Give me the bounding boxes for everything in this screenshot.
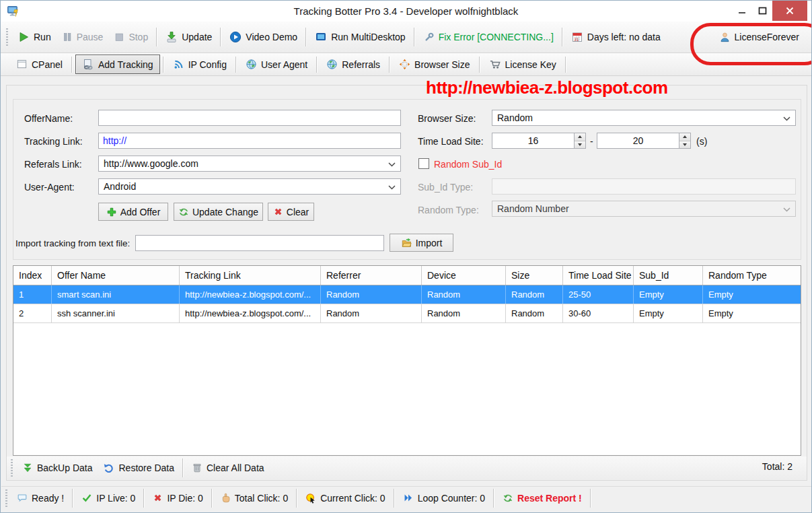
stepper-down-button[interactable] — [679, 141, 690, 149]
globe-icon — [326, 59, 338, 70]
separator — [590, 489, 591, 508]
time-load-site-label: Time Load Site: — [418, 136, 484, 147]
maximize-button[interactable] — [752, 1, 772, 21]
reset-report-button[interactable]: Reset Report ! — [497, 493, 587, 504]
grid-header-cell[interactable]: Random Type — [703, 266, 801, 285]
grid-header-cell[interactable]: Tracking Link — [180, 266, 321, 285]
separator — [296, 489, 297, 508]
pause-button[interactable]: Pause — [57, 25, 109, 49]
double-chevron-right-icon — [403, 493, 414, 503]
separator — [562, 28, 563, 46]
tab-ip-config[interactable]: IP Config — [167, 55, 233, 73]
status-loop-counter: Loop Counter: 0 — [398, 493, 490, 504]
offer-name-input[interactable] — [98, 110, 401, 126]
separator — [156, 28, 157, 46]
grid-cell: smart scan.ini — [52, 285, 180, 304]
double-down-chevron-icon — [22, 463, 33, 473]
resize-arrows-icon — [399, 59, 410, 70]
grid-header-cell[interactable]: Device — [422, 266, 506, 285]
watermark-text: http://newbiea-z.blogspot.com — [426, 77, 668, 98]
import-path-input[interactable] — [135, 235, 384, 251]
toolbar-grip[interactable] — [11, 459, 13, 477]
hand-pointer-icon — [221, 493, 231, 503]
random-type-combo: Random Number — [492, 201, 796, 217]
tab-browser-size[interactable]: Browser Size — [393, 55, 476, 73]
grid-header-row: Index Offer Name Tracking Link Referrer … — [13, 266, 801, 285]
tab-add-tracking[interactable]: Add Tracking — [75, 55, 160, 74]
clear-button[interactable]: Clear — [268, 203, 314, 221]
run-button[interactable]: Run — [12, 25, 57, 49]
close-button[interactable] — [772, 1, 807, 21]
video-demo-button[interactable]: Video Demo — [224, 25, 303, 49]
video-play-icon — [229, 31, 242, 43]
time-range-dash: - — [590, 136, 593, 147]
globe-icon — [246, 59, 257, 70]
grid-cell: http://newbiea-z.blogspot.com/... — [180, 285, 321, 304]
referals-link-label: Referals Link: — [24, 159, 82, 170]
user-agent-combo[interactable]: Android — [98, 178, 401, 195]
update-button[interactable]: Update — [160, 25, 217, 49]
separator — [414, 28, 415, 46]
clear-all-data-button[interactable]: Clear All Data — [186, 456, 270, 480]
tab-bar: CPanel Add Tracking IP Config User Agent… — [1, 53, 811, 76]
restore-data-button[interactable]: Restore Data — [98, 456, 179, 480]
add-offer-button[interactable]: Add Offer — [98, 203, 168, 221]
import-label: Import tracking from text file: — [15, 238, 130, 248]
offer-name-label: OfferName: — [24, 113, 73, 124]
refresh-icon — [503, 493, 513, 504]
minimize-button[interactable] — [732, 1, 752, 21]
stop-icon — [114, 32, 124, 42]
green-check-icon — [81, 493, 92, 503]
license-button[interactable]: LicenseForever — [714, 25, 805, 49]
chevron-down-icon — [388, 162, 396, 167]
tracking-link-input[interactable] — [98, 133, 401, 149]
separator — [72, 489, 73, 508]
chevron-down-icon — [783, 207, 790, 212]
tab-cpanel[interactable]: CPanel — [10, 55, 69, 73]
browser-size-combo[interactable]: Random — [492, 110, 796, 126]
grid-cell: Empty — [703, 285, 801, 304]
import-button[interactable]: Import — [390, 234, 453, 252]
stop-button[interactable]: Stop — [108, 25, 153, 49]
random-sub-id-checkbox[interactable] — [418, 158, 429, 169]
referals-link-combo[interactable]: http://www.google.com — [98, 156, 401, 172]
stepper-up-button[interactable] — [679, 133, 690, 141]
grid-cell: ssh scanner.ini — [52, 304, 180, 322]
grid-header-cell[interactable]: Offer Name — [52, 266, 180, 285]
grid-header-cell[interactable]: Index — [13, 266, 52, 285]
panel-icon — [16, 59, 28, 70]
time-min-stepper[interactable]: 16 — [492, 133, 586, 149]
fix-error-button[interactable]: Fix Error [CONNECTING...] — [418, 25, 559, 49]
tab-referrals[interactable]: Referrals — [320, 55, 386, 73]
separator — [565, 57, 566, 73]
update-change-button[interactable]: Update Change — [174, 203, 263, 221]
grid-row[interactable]: 2 ssh scanner.ini http://newbiea-z.blogs… — [13, 304, 801, 323]
grid-header-cell[interactable]: Sub_Id — [634, 266, 703, 285]
stepper-down-button[interactable] — [575, 141, 585, 149]
grid-row-selected[interactable]: 1 smart scan.ini http://newbiea-z.blogsp… — [13, 285, 801, 304]
toolbar-grip[interactable] — [5, 489, 7, 507]
time-max-stepper[interactable]: 20 — [597, 133, 691, 149]
plus-icon — [106, 207, 117, 217]
grid-header-cell[interactable]: Referrer — [321, 266, 422, 285]
run-multidesktop-button[interactable]: Run MultiDesktop — [309, 25, 411, 49]
tab-user-agent[interactable]: User Agent — [239, 55, 313, 73]
backup-data-button[interactable]: BackUp Data — [17, 456, 98, 480]
chevron-down-icon — [783, 116, 790, 121]
grid-cell: 1 — [13, 285, 52, 304]
status-ip-live: IP Live: 0 — [76, 493, 141, 504]
separator — [71, 57, 73, 73]
tab-license-key[interactable]: License Key — [483, 55, 562, 73]
random-type-label: Random Type: — [418, 205, 479, 215]
toolbar-grip[interactable] — [6, 28, 8, 46]
separator — [394, 489, 395, 508]
separator — [211, 489, 213, 508]
grid-header-cell[interactable]: Time Load Site — [563, 266, 634, 285]
separator — [220, 28, 221, 46]
grid-header-cell[interactable]: Size — [506, 266, 563, 285]
stepper-up-button[interactable] — [575, 133, 585, 141]
cart-icon — [489, 59, 501, 70]
window-title: Tracking Botter Pro 3.4 - Developer wolf… — [1, 1, 811, 22]
grid-cell: 25-50 — [563, 285, 634, 304]
app-window: Tracking Botter Pro 3.4 - Developer wolf… — [0, 0, 812, 513]
